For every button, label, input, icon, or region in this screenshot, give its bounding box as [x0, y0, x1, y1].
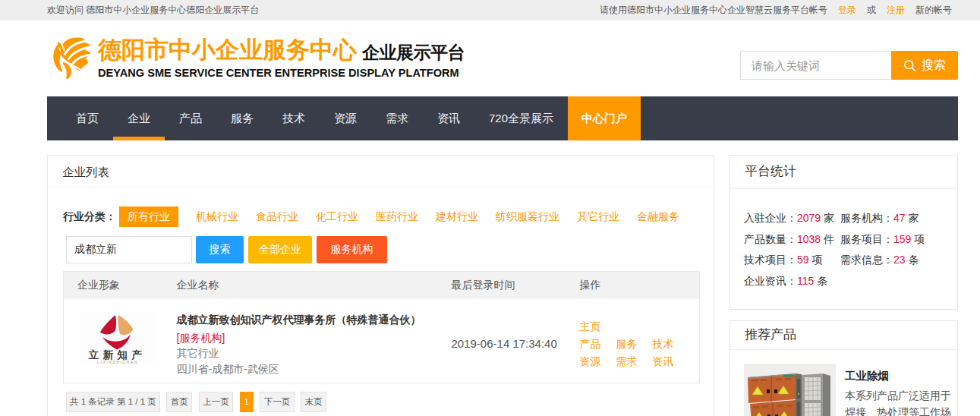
category-finance[interactable]: 金融服务: [637, 210, 679, 224]
service-agency-button[interactable]: 服务机构: [317, 236, 387, 263]
navbar: 首页 企业 产品 服务 技术 资源 需求 资讯 720全景展示 中心门户: [47, 96, 958, 140]
action-products[interactable]: 产品: [580, 339, 616, 350]
action-services[interactable]: 服务: [616, 339, 653, 350]
phoenix-wing-icon: [49, 35, 92, 79]
category-food[interactable]: 食品行业: [256, 210, 298, 224]
enterprise-list-card: 企业列表 行业分类： 所有行业 机械行业 食品行业 化工行业 医药行业 建材行业…: [47, 155, 714, 416]
nav-item-service[interactable]: 服务: [216, 96, 268, 140]
stat-products: 产品数量：1038 件: [744, 232, 840, 247]
platform-stats-title: 平台统计: [730, 156, 957, 189]
row-actions: 主页 产品 服务 技术 资源 需求 资讯: [580, 321, 700, 367]
category-other[interactable]: 其它行业: [577, 210, 619, 224]
brand-text: 德阳市中小企业服务中心 企业展示平台 DEYANG SME SERVICE CE…: [98, 35, 465, 79]
site-subtitle: DEYANG SME SERVICE CENTER ENTERPRISE DIS…: [98, 67, 465, 79]
category-pharma[interactable]: 医药行业: [376, 210, 418, 224]
pagination: 共 1 条记录 第 1 / 1 页 首页 上一页 1 下一页 末页: [66, 392, 698, 412]
recommended-products-card: 推荐产品: [729, 320, 958, 416]
page-first[interactable]: 首页: [166, 392, 192, 412]
site-logo[interactable]: 德阳市中小企业服务中心 企业展示平台 DEYANG SME SERVICE CE…: [47, 35, 465, 79]
page-next[interactable]: 下一页: [260, 392, 295, 412]
stat-value: 59: [797, 254, 809, 266]
action-resources[interactable]: 资源: [580, 356, 616, 367]
cell-actions: 主页 产品 服务 技术 资源 需求 资讯: [566, 299, 700, 383]
nav-item-resource[interactable]: 资源: [320, 96, 371, 140]
category-machinery[interactable]: 机械行业: [196, 210, 238, 224]
page-last[interactable]: 末页: [301, 392, 326, 412]
stat-value: 2079: [797, 212, 821, 224]
company-industry: 其它行业: [177, 345, 438, 361]
category-building[interactable]: 建材行业: [436, 210, 478, 224]
action-news[interactable]: 资讯: [653, 356, 689, 367]
stat-tech-projects: 技术项目：59 项: [744, 253, 840, 267]
login-link[interactable]: 登录: [838, 4, 856, 17]
stat-value: 159: [893, 233, 911, 245]
nav-item-enterprise[interactable]: 企业: [113, 96, 165, 140]
nav-item-product[interactable]: 产品: [165, 96, 216, 140]
new-account-text: 新的帐号: [915, 4, 952, 17]
stat-demand-info: 需求信息：23 条: [840, 253, 944, 267]
list-search-button[interactable]: 搜索: [196, 236, 244, 263]
platform-stats-body: 入驻企业：2079 家 服务机构：47 家 产品数量：1038 件 服务项目：1…: [730, 189, 957, 309]
company-search-input[interactable]: [66, 236, 192, 263]
category-chemical[interactable]: 化工行业: [316, 210, 358, 224]
page-current[interactable]: 1: [240, 392, 254, 412]
register-link[interactable]: 注册: [887, 4, 905, 17]
welcome-text: 欢迎访问 德阳市中小企业服务中心德阳企业展示平台: [47, 4, 259, 17]
site-name: 德阳市中小企业服务中心: [98, 36, 357, 64]
all-enterprises-button[interactable]: 全部企业: [248, 236, 312, 263]
header: 德阳市中小企业服务中心 企业展示平台 DEYANG SME SERVICE CE…: [0, 20, 980, 96]
or-text: 或: [867, 4, 876, 17]
col-header-lastlogin: 最后登录时间: [438, 272, 566, 299]
company-name[interactable]: 成都立新致创知识产权代理事务所（特殊普通合伙）: [177, 311, 438, 328]
stat-enterprises: 入驻企业：2079 家: [744, 211, 840, 225]
topbar: 欢迎访问 德阳市中小企业服务中心德阳企业展示平台 请使用德阳市中小企业服务中心企…: [0, 0, 980, 20]
filter-label: 行业分类：: [63, 210, 116, 224]
stat-value: 115: [797, 275, 814, 287]
category-all-industries[interactable]: 所有行业: [119, 206, 178, 227]
list-search-bar: 搜索 全部企业 服务机构: [66, 236, 698, 263]
industry-filter: 行业分类： 所有行业 机械行业 食品行业 化工行业 医药行业 建材行业 纺织服装…: [63, 206, 698, 227]
action-technology[interactable]: 技术: [653, 339, 689, 350]
nav-item-home[interactable]: 首页: [61, 96, 113, 140]
search-button-label: 搜索: [922, 58, 946, 74]
keyword-input[interactable]: [740, 51, 891, 80]
page-info: 共 1 条记录 第 1 / 1 页: [66, 392, 160, 412]
nav-item-demand[interactable]: 需求: [371, 96, 423, 140]
action-demands[interactable]: 需求: [616, 356, 653, 367]
product-item[interactable]: 工业除烟 本系列产品广泛适用于焊接、热处理等工作场: [730, 350, 957, 416]
col-header-name: 企业名称: [163, 272, 438, 299]
topbar-container: 欢迎访问 德阳市中小企业服务中心德阳企业展示平台 请使用德阳市中小企业服务中心企…: [47, 0, 958, 20]
account-links: 请使用德阳市中小企业服务中心企业智慧云服务平台帐号 登录 或 注册 新的帐号: [600, 4, 958, 17]
sidebar: 平台统计 入驻企业：2079 家 服务机构：47 家 产品数量：1038 件 服…: [729, 155, 958, 416]
nav-item-news[interactable]: 资讯: [423, 96, 474, 140]
nav-portal-button[interactable]: 中心门户: [568, 96, 641, 140]
header-search-button[interactable]: 搜索: [891, 51, 958, 80]
company-tag: [服务机构]: [177, 330, 438, 346]
col-header-image: 企业形象: [64, 272, 163, 299]
product-name[interactable]: 工业除烟: [845, 368, 953, 383]
cell-last-login: 2019-06-14 17:34:40: [438, 299, 566, 383]
company-logo[interactable]: 立新知产 LIXINZHICHAN: [80, 311, 154, 364]
page-prev[interactable]: 上一页: [199, 392, 234, 412]
product-text: 工业除烟 本系列产品广泛适用于焊接、热处理等工作场: [845, 364, 953, 416]
site-title: 德阳市中小企业服务中心 企业展示平台: [98, 35, 465, 64]
product-image: [744, 364, 836, 416]
col-header-actions: 操作: [566, 272, 700, 299]
nav-item-technology[interactable]: 技术: [268, 96, 320, 140]
header-search: 搜索: [740, 51, 958, 80]
actions-spacer: [653, 321, 689, 332]
enterprise-list-title: 企业列表: [48, 156, 714, 188]
main-content: 企业列表 行业分类： 所有行业 机械行业 食品行业 化工行业 医药行业 建材行业…: [0, 155, 980, 416]
action-homepage[interactable]: 主页: [580, 321, 616, 332]
header-container: 德阳市中小企业服务中心 企业展示平台 DEYANG SME SERVICE CE…: [47, 20, 958, 96]
account-hint: 请使用德阳市中小企业服务中心企业智慧云服务平台帐号: [600, 4, 827, 17]
svg-text:LIXINZHICHAN: LIXINZHICHAN: [97, 359, 138, 364]
nav-item-720-panorama[interactable]: 720全景展示: [474, 96, 568, 140]
site-suffix: 企业展示平台: [362, 41, 465, 64]
category-textile[interactable]: 纺织服装行业: [496, 210, 559, 224]
main-container: 企业列表 行业分类： 所有行业 机械行业 食品行业 化工行业 医药行业 建材行业…: [47, 155, 958, 416]
platform-stats-grid: 入驻企业：2079 家 服务机构：47 家 产品数量：1038 件 服务项目：1…: [744, 211, 944, 288]
stat-value: 23: [893, 254, 906, 266]
enterprise-list-body: 行业分类： 所有行业 机械行业 食品行业 化工行业 医药行业 建材行业 纺织服装…: [48, 206, 714, 416]
cell-company-image: 立新知产 LIXINZHICHAN: [64, 299, 163, 383]
